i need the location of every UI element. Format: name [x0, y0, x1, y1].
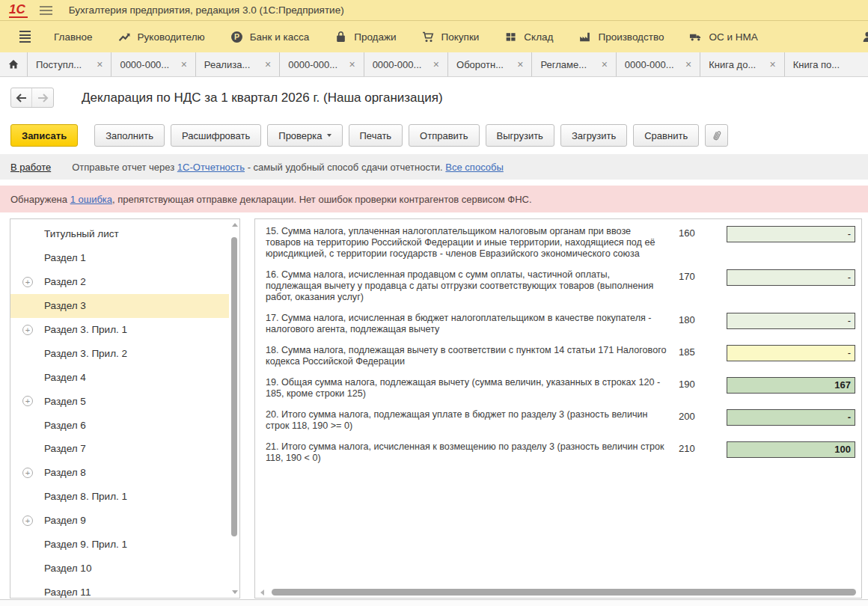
- toolbar-button-загрузить[interactable]: Загрузить: [560, 124, 627, 147]
- menu-item-покупки[interactable]: Покупки: [409, 21, 492, 52]
- back-button[interactable]: [11, 88, 32, 107]
- toolbar-button-отправить[interactable]: Отправить: [409, 124, 479, 147]
- toolbar-button-расшифровать[interactable]: Расшифровать: [171, 124, 261, 147]
- tab-9[interactable]: Книга до...×: [700, 52, 784, 76]
- tab-2[interactable]: 0000-000...×: [111, 52, 195, 76]
- tab-close-icon[interactable]: ×: [517, 58, 523, 70]
- tab-5[interactable]: 0000-000...×: [364, 52, 448, 76]
- section-item-раздел-10[interactable]: Раздел 10: [10, 556, 239, 580]
- tab-close-icon[interactable]: ×: [433, 58, 439, 70]
- section-label: Титульный лист: [44, 228, 119, 239]
- bag-icon: [334, 31, 347, 43]
- menu-item-продажи[interactable]: Продажи: [322, 21, 409, 52]
- app-title: Бухгалтерия предприятия, редакция 3.0 (1…: [69, 4, 344, 16]
- menu-item-производство[interactable]: Производство: [566, 21, 676, 52]
- main-menu-icon[interactable]: [40, 6, 52, 15]
- section-item-раздел-3-прил-2[interactable]: Раздел 3. Прил. 2: [10, 341, 239, 365]
- expand-plus-icon[interactable]: +: [22, 515, 33, 526]
- section-item-раздел-9-прил-1[interactable]: Раздел 9. Прил. 1: [10, 533, 239, 557]
- section-item-титульный-лист[interactable]: Титульный лист: [10, 222, 239, 246]
- section-item-раздел-4[interactable]: Раздел 4: [10, 365, 239, 389]
- amount-field-200[interactable]: -: [727, 409, 855, 426]
- scroll-up-icon[interactable]: [232, 223, 238, 227]
- menu-item-ос-и-нма[interactable]: ОС и НМА: [676, 21, 770, 52]
- scroll-down-icon[interactable]: [232, 590, 238, 594]
- hscroll-thumb[interactable]: [272, 589, 856, 596]
- tab-close-icon[interactable]: ×: [349, 58, 355, 70]
- expand-plus-icon[interactable]: +: [22, 396, 33, 406]
- menu-item-label: Банк и касса: [250, 31, 310, 43]
- toolbar-button-выгрузить[interactable]: Выгрузить: [486, 124, 554, 147]
- page-title: Декларация по НДС за 1 квартал 2026 г. (…: [82, 91, 443, 105]
- amount-field-190[interactable]: 167: [727, 377, 855, 394]
- tab-close-icon[interactable]: ×: [602, 58, 608, 70]
- amount-field-180[interactable]: -: [727, 313, 855, 329]
- row-code: 170: [679, 269, 707, 282]
- chevron-down-icon: [327, 134, 331, 137]
- expand-plus-icon[interactable]: +: [22, 468, 33, 478]
- tab-3[interactable]: Реализа...×: [196, 52, 280, 76]
- section-item-раздел-5[interactable]: +Раздел 5: [10, 389, 239, 413]
- scroll-left-icon[interactable]: [260, 590, 264, 596]
- status-state-link[interactable]: В работе: [10, 162, 51, 173]
- toolbar-button-заполнить[interactable]: Заполнить: [94, 124, 165, 147]
- 1c-reporting-link[interactable]: 1С-Отчетность: [177, 162, 245, 173]
- section-item-раздел-7[interactable]: Раздел 7: [10, 437, 239, 461]
- menu-item-главное[interactable]: Главное: [41, 21, 106, 52]
- save-button[interactable]: Записать: [10, 124, 78, 147]
- section-label: Раздел 11: [44, 587, 91, 598]
- tab-8[interactable]: 0000-000...×: [617, 52, 700, 76]
- section-label: Раздел 1: [44, 252, 86, 263]
- tab-close-icon[interactable]: ×: [685, 58, 691, 70]
- button-label: Загрузить: [572, 130, 616, 141]
- tab-close-icon[interactable]: ×: [181, 58, 187, 70]
- tab-6[interactable]: Оборотн...×: [448, 52, 532, 76]
- toolbar-button-сравнить[interactable]: Сравнить: [633, 124, 699, 147]
- error-count-link[interactable]: 1 ошибка: [70, 194, 112, 205]
- sections-list-icon[interactable]: [19, 31, 31, 43]
- paperclip-icon: [709, 128, 724, 143]
- amount-field-170[interactable]: -: [727, 269, 855, 286]
- menu-item-руководителю[interactable]: Руководителю: [106, 21, 218, 52]
- tab-7[interactable]: Регламе...×: [532, 52, 616, 76]
- all-ways-link[interactable]: Все способы: [445, 162, 503, 173]
- sections-scrollbar[interactable]: [229, 219, 239, 598]
- expand-plus-icon[interactable]: +: [22, 325, 33, 335]
- button-label: Расшифровать: [182, 130, 250, 141]
- window-titlebar: 1С Бухгалтерия предприятия, редакция 3.0…: [0, 0, 868, 21]
- tab-home[interactable]: [0, 52, 28, 76]
- forward-button[interactable]: [32, 88, 53, 107]
- section-item-раздел-6[interactable]: Раздел 6: [10, 413, 239, 437]
- form-hscrollbar[interactable]: [256, 587, 861, 597]
- amount-field-185[interactable]: -: [727, 345, 855, 361]
- amount-field-210[interactable]: 100: [727, 441, 855, 458]
- section-item-раздел-8[interactable]: +Раздел 8: [10, 461, 239, 485]
- tab-close-icon[interactable]: ×: [265, 58, 271, 70]
- scroll-thumb[interactable]: [231, 237, 237, 536]
- menu-item-банк-и-касса[interactable]: РБанк и касса: [218, 21, 323, 52]
- expand-plus-icon[interactable]: +: [22, 277, 33, 287]
- section-item-раздел-11[interactable]: Раздел 11: [10, 580, 239, 599]
- section-item-раздел-8-прил-1[interactable]: Раздел 8. Прил. 1: [10, 485, 239, 509]
- menu-item-label: Производство: [598, 31, 664, 43]
- tab-1[interactable]: Поступл...×: [28, 52, 111, 76]
- section-item-раздел-9[interactable]: +Раздел 9: [10, 509, 239, 533]
- factory-icon: [578, 31, 591, 43]
- section-item-раздел-3[interactable]: Раздел 3: [10, 294, 239, 318]
- attachments-button[interactable]: [705, 124, 728, 147]
- menu-item-person[interactable]: [849, 21, 868, 52]
- amount-field-160[interactable]: -: [727, 226, 855, 242]
- tab-close-icon[interactable]: ×: [769, 58, 775, 70]
- toolbar-button-проверка[interactable]: Проверка: [267, 124, 342, 147]
- toolbar-button-печать[interactable]: Печать: [349, 124, 403, 147]
- section-item-раздел-2[interactable]: +Раздел 2: [10, 270, 239, 294]
- tab-close-icon[interactable]: ×: [97, 58, 103, 70]
- row-code: 160: [679, 226, 707, 239]
- row-code: 180: [679, 313, 707, 325]
- menu-item-склад[interactable]: Склад: [492, 21, 566, 52]
- section-item-раздел-1[interactable]: Раздел 1: [10, 246, 239, 270]
- declaration-row-170: 16. Сумма налога, исчисленная продавцом …: [266, 269, 861, 303]
- section-item-раздел-3-прил-1[interactable]: +Раздел 3. Прил. 1: [10, 318, 239, 342]
- tab-4[interactable]: 0000-000...×: [280, 52, 364, 76]
- tab-10[interactable]: Книга по...: [785, 52, 868, 76]
